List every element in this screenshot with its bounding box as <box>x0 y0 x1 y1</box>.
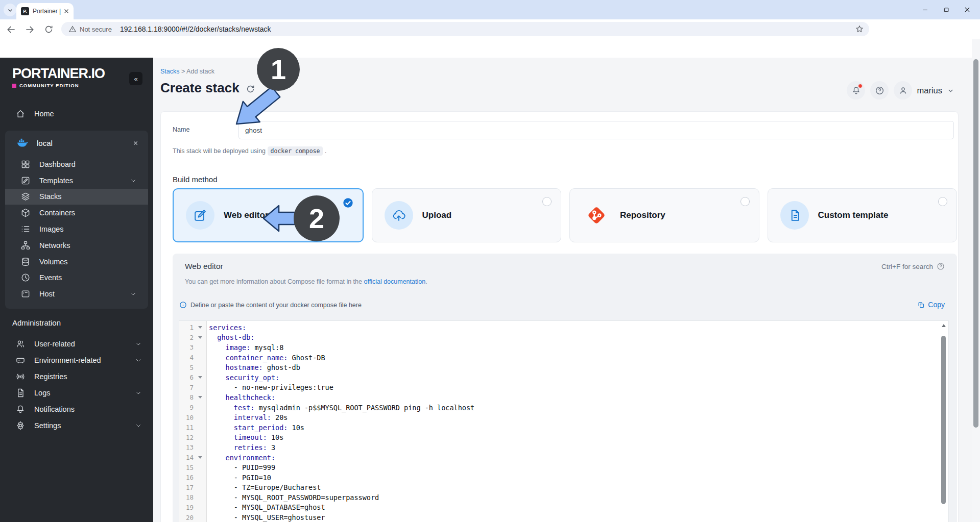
registries-icon <box>15 371 26 382</box>
fold-arrow-icon[interactable] <box>194 396 207 399</box>
question-circle-icon[interactable] <box>937 262 945 270</box>
build-method-heading: Build method <box>173 175 218 184</box>
sidebar-item-stacks[interactable]: Stacks <box>5 189 148 205</box>
sidebar-item-registries[interactable]: Registries <box>0 368 153 385</box>
window-maximize-icon[interactable] <box>943 7 949 13</box>
page-scrollbar-thumb[interactable] <box>973 59 978 428</box>
sidebar-item-dashboard[interactable]: Dashboard <box>5 156 148 172</box>
sidebar-item-containers[interactable]: Containers <box>5 205 148 221</box>
sidebar-item-notifications[interactable]: Notifications <box>0 401 153 417</box>
sidebar-item-volumes[interactable]: Volumes <box>5 254 148 270</box>
reload-button[interactable] <box>42 23 55 36</box>
line-number: 15 <box>179 464 194 471</box>
administration-label: Administration <box>12 318 61 327</box>
editor-line[interactable]: 13 retries: 3 <box>179 442 940 453</box>
page-scrollbar[interactable] <box>972 39 980 522</box>
selected-check-icon[interactable] <box>343 197 353 208</box>
sidebar-item-settings[interactable]: Settings <box>0 417 153 434</box>
notifications-bell-button[interactable] <box>847 81 865 100</box>
back-button[interactable] <box>5 23 18 36</box>
sidebar-item-templates[interactable]: Templates <box>5 172 148 189</box>
sidebar-item-networks[interactable]: Networks <box>5 237 148 254</box>
editor-scrollbar[interactable] <box>941 322 947 520</box>
window-close-icon[interactable] <box>964 6 971 13</box>
sidebar-item-home[interactable]: Home <box>0 105 153 122</box>
fold-arrow-icon[interactable] <box>194 326 207 329</box>
editor-line[interactable]: 15 - PUID=999 <box>179 462 940 473</box>
define-paste-hint: Define or paste the content of your dock… <box>179 301 362 309</box>
scroll-up-arrow-icon[interactable] <box>942 324 946 327</box>
docker-whale-icon <box>16 137 29 149</box>
sidebar-item-environment-related[interactable]: Environment-related <box>0 352 153 368</box>
editor-line[interactable]: 18 - MYSQL_ROOT_PASSWORD=superpassword <box>179 492 940 503</box>
editor-line[interactable]: 20 - MYSQL_USER=ghostuser <box>179 512 940 522</box>
environment-local[interactable]: local <box>5 131 148 153</box>
fold-arrow-icon[interactable] <box>194 336 207 339</box>
editor-line[interactable]: 2 ghost-db: <box>179 333 940 343</box>
official-documentation-link[interactable]: official documentation <box>364 278 425 285</box>
editor-line[interactable]: 17 - TZ=Europe/Bucharest <box>179 483 940 493</box>
tab-search-button[interactable] <box>4 4 16 16</box>
sidebar-item-images[interactable]: Images <box>5 221 148 237</box>
environment-close-icon[interactable] <box>132 140 139 146</box>
forward-button[interactable] <box>23 23 36 36</box>
edition-square-icon <box>12 84 16 88</box>
editor-line[interactable]: 16 - PGID=10 <box>179 473 940 483</box>
stack-name-input[interactable] <box>238 121 954 139</box>
not-secure-chip[interactable]: Not secure <box>68 25 112 33</box>
line-number: 7 <box>179 384 194 391</box>
editor-scrollbar-thumb[interactable] <box>941 336 946 504</box>
editor-line[interactable]: 14 environment: <box>179 453 940 463</box>
editor-line[interactable]: 8 healthcheck: <box>179 392 940 403</box>
line-number: 10 <box>179 414 194 421</box>
editor-line[interactable]: 11 start_period: 10s <box>179 422 940 433</box>
deploy-note: This stack will be deployed using docker… <box>173 147 326 155</box>
editor-line[interactable]: 5 hostname: ghost-db <box>179 362 940 372</box>
sidebar-item-logs[interactable]: Logs <box>0 385 153 401</box>
window-minimize-icon[interactable] <box>922 7 928 13</box>
annotation-step-1: 1 <box>257 48 300 91</box>
editor-line[interactable]: 10 interval: 20s <box>179 412 940 422</box>
editor-line[interactable]: 12 timeout: 10s <box>179 433 940 443</box>
sidebar-item-host[interactable]: Host <box>5 286 148 302</box>
name-label: Name <box>173 126 189 133</box>
editor-line[interactable]: 9 test: mysqladmin -p$$MYSQL_ROOT_PASSWO… <box>179 403 940 413</box>
build-method-custom-template[interactable]: Custom template <box>768 188 958 242</box>
browser-tab[interactable]: P. Portainer | lo <box>16 3 74 19</box>
editor-line[interactable]: 4 container_name: Ghost-DB <box>179 353 940 363</box>
editor-line[interactable]: 19 - MYSQL_DATABASE=ghost <box>179 503 940 513</box>
sidebar-item-user-related[interactable]: User-related <box>0 336 153 352</box>
editor-line[interactable]: 7 - no-new-privileges:true <box>179 383 940 393</box>
radio-unselected-icon[interactable] <box>938 197 947 206</box>
build-method-repository[interactable]: Repository <box>569 188 759 242</box>
sidebar-item-events[interactable]: Events <box>5 270 148 286</box>
chevron-down-icon <box>135 340 142 347</box>
compose-code-editor[interactable]: 1services:2 ghost-db:3 image: mysql:84 c… <box>179 320 949 522</box>
radio-unselected-icon[interactable] <box>740 197 750 206</box>
home-icon <box>15 109 26 119</box>
bookmark-star-icon[interactable] <box>855 24 864 34</box>
line-number: 11 <box>179 424 194 431</box>
url-bar[interactable]: Not secure 192.168.1.18:9000/#!/2/docker… <box>61 22 869 36</box>
radio-unselected-icon[interactable] <box>542 197 552 206</box>
sidebar-collapse-button[interactable]: « <box>129 72 142 85</box>
editor-line[interactable]: 3 image: mysql:8 <box>179 342 940 353</box>
warning-icon <box>68 25 77 33</box>
portainer-favicon-icon: P. <box>21 7 29 15</box>
portainer-logo[interactable]: PORTAINER.IO COMMUNITY EDITION <box>12 66 105 88</box>
editor-line[interactable]: 6 security_opt: <box>179 372 940 383</box>
fold-arrow-icon[interactable] <box>194 456 207 459</box>
events-icon <box>20 272 31 283</box>
copy-button[interactable]: Copy <box>917 301 945 309</box>
copy-icon <box>917 301 925 309</box>
fold-arrow-icon[interactable] <box>194 376 207 379</box>
tab-close-icon[interactable] <box>62 8 70 15</box>
user-menu[interactable]: marius <box>894 81 954 100</box>
help-button[interactable] <box>870 81 889 100</box>
line-number: 20 <box>179 514 194 521</box>
host-icon <box>20 289 31 299</box>
editor-line[interactable]: 1services: <box>179 322 940 333</box>
build-method-upload[interactable]: Upload <box>372 188 562 242</box>
breadcrumb-stacks-link[interactable]: Stacks <box>160 68 180 75</box>
line-number: 8 <box>179 393 194 401</box>
